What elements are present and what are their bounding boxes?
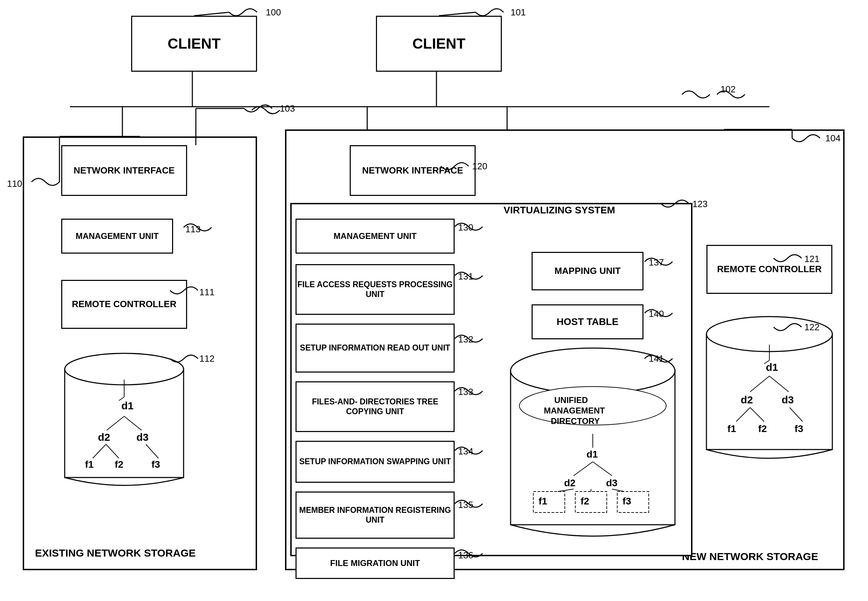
client-100-box: CLIENT [131, 16, 257, 72]
ref-134: 134 [458, 446, 473, 457]
ref-103: 103 [280, 103, 295, 114]
ref-122: 122 [804, 322, 819, 333]
ref-132: 132 [458, 334, 473, 345]
svg-text:f1: f1 [539, 496, 547, 506]
svg-text:d2: d2 [741, 394, 753, 406]
ref-110: 110 [7, 178, 22, 189]
svg-text:f2: f2 [580, 496, 589, 506]
svg-text:d3: d3 [782, 394, 794, 406]
svg-text:f1: f1 [728, 423, 736, 434]
ref-102: 102 [720, 84, 736, 95]
ref-120: 120 [472, 161, 487, 172]
ref-137: 137 [649, 257, 664, 268]
svg-text:f3: f3 [151, 459, 160, 470]
file-migration-box: FILE MIGRATION UNIT [295, 548, 455, 579]
svg-text:f2: f2 [115, 459, 123, 470]
unified-management-directory: UNIFIED MANAGEMENT DIRECTORY d1 d2 d3 f1… [500, 346, 685, 553]
setup-information-swapping-box: SETUP INFORMATION SWAPPING UNIT [295, 441, 455, 483]
ref-131: 131 [458, 271, 473, 282]
svg-line-14 [439, 12, 476, 16]
host-table-box: HOST TABLE [531, 304, 644, 339]
svg-text:UNIFIED: UNIFIED [554, 395, 588, 405]
setup-information-readout-box: SETUP INFORMATION READ OUT UNIT [295, 323, 455, 372]
svg-text:f2: f2 [758, 423, 767, 434]
management-unit-right-box: MANAGEMENT UNIT [295, 219, 455, 254]
network-interface-right-box: NETWORK INTERFACE [350, 145, 476, 196]
svg-text:DIRECTORY: DIRECTORY [551, 416, 600, 426]
svg-text:d2: d2 [98, 431, 110, 443]
cylinder-left: d1 d2 d3 f1 f2 f3 [54, 348, 194, 499]
file-access-requests-box: FILE ACCESS REQUESTS PROCESSING UNIT [295, 264, 455, 315]
ref-123: 123 [693, 199, 708, 209]
diagram: CLIENT 100 CLIENT 101 102 110 EXISTING N… [0, 0, 868, 601]
ref-130: 130 [458, 222, 473, 233]
ref-140: 140 [649, 308, 664, 319]
ref-113: 113 [185, 224, 200, 235]
svg-text:f3: f3 [623, 496, 631, 506]
svg-text:d3: d3 [606, 477, 618, 488]
existing-network-storage-label: EXISTING NETWORK STORAGE [35, 546, 195, 560]
ref-111: 111 [199, 287, 215, 298]
cylinder-right: d1 d2 d3 f1 f2 f3 [696, 313, 843, 470]
network-interface-left-box: NETWORK INTERFACE [61, 145, 187, 196]
ref-136: 136 [458, 550, 473, 561]
virtualizing-system-label: VIRTUALIZING SYSTEM [504, 204, 615, 216]
mapping-unit-box: MAPPING UNIT [531, 252, 644, 290]
svg-text:f3: f3 [795, 423, 803, 434]
svg-text:d1: d1 [121, 400, 134, 411]
ref-101: 101 [510, 7, 525, 18]
new-network-storage-label: NEW NETWORK STORAGE [682, 549, 818, 564]
svg-line-13 [194, 12, 229, 16]
svg-text:d1: d1 [766, 362, 778, 373]
remote-controller-left-box: REMOTE CONTROLLER [61, 280, 187, 329]
ref-112: 112 [199, 353, 215, 364]
ref-141: 141 [649, 353, 664, 364]
client-101-box: CLIENT [376, 16, 502, 72]
files-directories-tree-box: FILES-AND- DIRECTORIES TREE COPYING UNIT [295, 381, 455, 432]
svg-text:d1: d1 [586, 449, 598, 460]
ref-104: 104 [825, 133, 841, 144]
svg-text:MANAGEMENT: MANAGEMENT [544, 406, 605, 415]
svg-text:d3: d3 [136, 431, 149, 443]
ref-133: 133 [458, 387, 473, 397]
svg-text:d2: d2 [564, 477, 576, 488]
management-unit-left-box: MANAGEMENT UNIT [61, 219, 173, 254]
svg-text:f1: f1 [85, 459, 94, 470]
member-information-registering-box: MEMBER INFORMATION REGISTERING UNIT [295, 491, 455, 539]
ref-100: 100 [266, 7, 281, 18]
ref-135: 135 [458, 500, 473, 510]
ref-121: 121 [804, 254, 819, 264]
remote-controller-right-box: REMOTE CONTROLLER [707, 245, 832, 294]
